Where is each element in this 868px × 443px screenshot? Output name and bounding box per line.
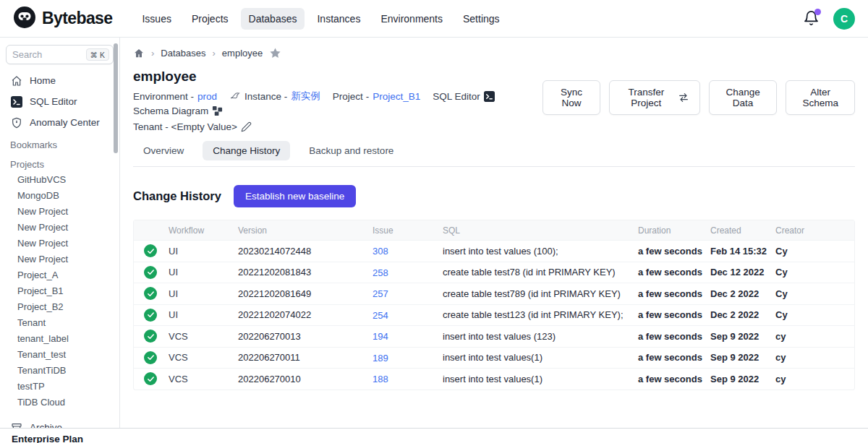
change-data-button[interactable]: Change Data xyxy=(709,80,777,115)
sidebar-project-mongodb[interactable]: MongoDB xyxy=(6,188,114,204)
created-cell: Dec 2 2022 xyxy=(710,309,775,320)
alter-schema-button[interactable]: Alter Schema xyxy=(786,80,855,115)
version-cell: 202206270011 xyxy=(238,352,373,363)
version-cell: 20221202074022 xyxy=(238,309,373,320)
home-breadcrumb-icon[interactable] xyxy=(133,48,145,59)
column-header-workflow: Workflow xyxy=(169,225,238,236)
search-placeholder: Search xyxy=(12,49,42,60)
nav-item-projects[interactable]: Projects xyxy=(184,8,237,30)
table-row[interactable]: UI20221202081649257create table test789 … xyxy=(134,283,854,304)
issue-link[interactable]: 257 xyxy=(373,288,388,299)
sidebar-project-githubvcs[interactable]: GitHubVCS xyxy=(6,172,114,188)
sidebar-project-tidb-cloud[interactable]: TiDB Cloud xyxy=(6,395,114,410)
meta-line-2: Tenant - <Empty Value> xyxy=(133,121,542,132)
table-row[interactable]: VCS202206270011189insert into test value… xyxy=(134,347,854,369)
column-header-issue: Issue xyxy=(373,225,443,236)
home-icon xyxy=(10,74,22,87)
button-label: Alter Schema xyxy=(796,87,844,108)
top-navbar: Bytebase IssuesProjectsDatabasesInstance… xyxy=(0,0,868,38)
sidebar-project-new-project[interactable]: New Project xyxy=(6,204,114,220)
issue-link[interactable]: 258 xyxy=(373,267,388,278)
notifications-button[interactable] xyxy=(803,10,820,27)
bytebase-logo[interactable]: Bytebase xyxy=(13,6,112,32)
shield-icon xyxy=(10,116,22,129)
search-input[interactable]: Search ⌘ K xyxy=(6,45,114,64)
transfer-project-button[interactable]: Transfer Project xyxy=(609,80,700,115)
sidebar-scrollbar[interactable] xyxy=(114,43,118,153)
nav-item-issues[interactable]: Issues xyxy=(134,8,179,30)
issue-link[interactable]: 254 xyxy=(373,310,388,321)
sql-editor-label: SQL Editor xyxy=(433,91,480,102)
sql-cell: insert into test values (100); xyxy=(443,246,638,257)
button-label: Change Data xyxy=(720,87,766,108)
sidebar-project-tenant-test[interactable]: Tenant_test xyxy=(6,347,114,363)
sql-editor-shortcut[interactable]: SQL Editor xyxy=(433,91,495,102)
instance-label: Instance - xyxy=(244,91,287,102)
table-row[interactable]: UI20230214072448308insert into test valu… xyxy=(134,240,854,262)
table-row[interactable]: UI20221202081843258create table test78 (… xyxy=(134,262,854,283)
search-shortcut-badge: ⌘ K xyxy=(86,48,109,61)
database-tabs: OverviewChange HistoryBackup and restore xyxy=(133,141,855,167)
version-cell: 20221202081649 xyxy=(238,288,373,299)
sql-cell: insert into test values(1) xyxy=(443,352,638,363)
main-content: › Databases › employee employee Environm… xyxy=(120,38,868,429)
favorite-star-icon[interactable] xyxy=(269,47,281,59)
user-avatar[interactable]: C xyxy=(833,8,855,30)
issue-link[interactable]: 194 xyxy=(373,331,388,342)
establish-baseline-button[interactable]: Establish new baseline xyxy=(234,185,356,207)
sidebar-item-sql-editor[interactable]: SQL Editor xyxy=(6,91,114,112)
plan-label[interactable]: Enterprise Plan xyxy=(12,434,83,443)
sidebar-item-anomaly-center[interactable]: Anomaly Center xyxy=(6,112,114,133)
sidebar-project-tenant-label[interactable]: tenant_label xyxy=(6,331,114,347)
sidebar-project-testtp[interactable]: testTP xyxy=(6,379,114,395)
database-header: employee Environment - prod Instance - xyxy=(133,69,855,132)
tab-change-history[interactable]: Change History xyxy=(203,141,290,160)
creator-cell: cy xyxy=(775,374,854,384)
issue-link[interactable]: 189 xyxy=(373,353,388,364)
nav-item-environments[interactable]: Environments xyxy=(373,8,451,30)
status-cell xyxy=(134,287,169,300)
instance-link[interactable]: 新实例 xyxy=(291,90,320,103)
tab-backup-and-restore[interactable]: Backup and restore xyxy=(299,141,404,160)
issue-link[interactable]: 308 xyxy=(373,246,388,257)
table-row[interactable]: VCS202206270010188insert into test value… xyxy=(134,368,854,390)
sidebar-project-tenanttidb[interactable]: TenantTiDB xyxy=(6,363,114,379)
edit-pencil-icon[interactable] xyxy=(241,121,252,132)
table-row[interactable]: VCS202206270013194insert into test value… xyxy=(134,325,854,347)
plan-footer: Enterprise Plan xyxy=(0,428,868,443)
sidebar-project-project-b2[interactable]: Project_B2 xyxy=(6,299,114,315)
notification-dot xyxy=(814,9,821,15)
schema-diagram-shortcut[interactable]: Schema Diagram xyxy=(133,106,223,116)
page-title: employee xyxy=(133,69,542,85)
tenant-label: Tenant - <Empty Value> xyxy=(133,121,237,132)
navbar-right: C xyxy=(803,8,855,30)
creator-cell: Cy xyxy=(775,288,854,299)
sidebar-project-new-project[interactable]: New Project xyxy=(6,251,114,267)
sidebar-item-archive[interactable]: Archive xyxy=(6,417,114,429)
creator-cell: cy xyxy=(775,331,854,342)
duration-cell: a few seconds xyxy=(638,288,710,299)
creator-cell: Cy xyxy=(775,246,854,257)
breadcrumb-databases[interactable]: Databases xyxy=(161,48,205,59)
sidebar-project-new-project[interactable]: New Project xyxy=(6,236,114,251)
workflow-cell: UI xyxy=(169,246,238,257)
sidebar-item-home[interactable]: Home xyxy=(6,70,114,91)
sidebar-project-project-a[interactable]: Project_A xyxy=(6,267,114,283)
nav-item-settings[interactable]: Settings xyxy=(455,8,508,30)
workflow-cell: UI xyxy=(169,267,238,278)
sql-cell: create table test123 (id int PRIMARY KEY… xyxy=(443,309,638,320)
project-link[interactable]: Project_B1 xyxy=(373,91,420,102)
change-history-table: WorkflowVersionIssueSQLDurationCreatedCr… xyxy=(133,220,855,390)
table-row[interactable]: UI20221202074022254create table test123 … xyxy=(134,304,854,326)
sync-now-button[interactable]: Sync Now xyxy=(542,80,600,115)
sidebar-item-label: Anomaly Center xyxy=(30,117,100,128)
sidebar-project-new-project[interactable]: New Project xyxy=(6,220,114,236)
nav-item-databases[interactable]: Databases xyxy=(241,8,305,30)
sidebar-project-tenant[interactable]: Tenant xyxy=(6,315,114,331)
sidebar-project-project-b1[interactable]: Project_B1 xyxy=(6,283,114,299)
issue-link[interactable]: 188 xyxy=(373,374,388,384)
nav-item-instances[interactable]: Instances xyxy=(309,8,368,30)
environment-link[interactable]: prod xyxy=(197,91,217,102)
project-meta: Project - Project_B1 xyxy=(333,91,420,102)
tab-overview[interactable]: Overview xyxy=(133,141,194,160)
